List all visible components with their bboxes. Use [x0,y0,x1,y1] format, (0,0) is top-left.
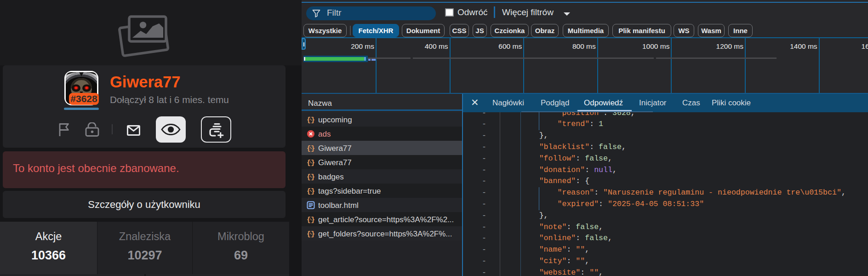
svg-text:{: { [307,145,311,152]
svg-text:{: { [307,173,311,181]
svg-text:{: { [307,159,311,167]
svg-text:{: { [307,216,311,224]
svg-text:{: { [307,188,311,195]
svg-text:{: { [307,230,311,238]
svg-text:{: { [307,116,311,124]
